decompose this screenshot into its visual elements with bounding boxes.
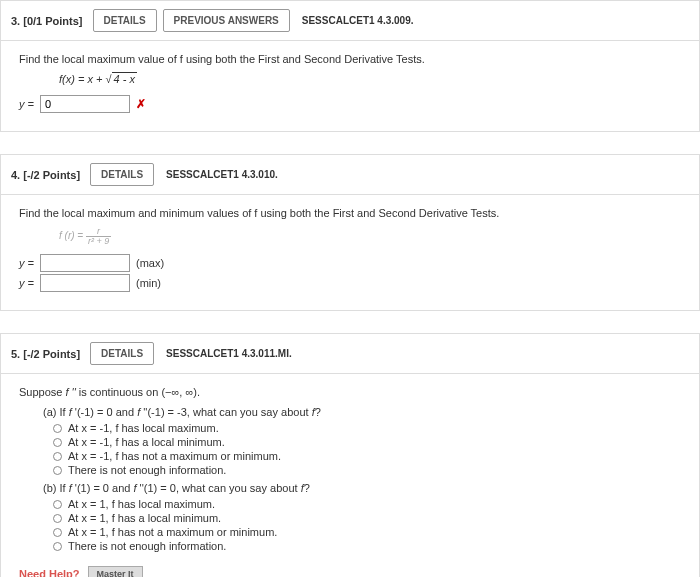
q5-a-option-2[interactable]: At x = -1, f has not a maximum or minimu… bbox=[53, 450, 681, 462]
question-5-header: 5. [-/2 Points] DETAILS SESSCALCET1 4.3.… bbox=[1, 334, 699, 374]
question-3-body: Find the local maximum value of f using … bbox=[1, 41, 699, 131]
q4-points: 4. [-/2 Points] bbox=[11, 169, 80, 181]
q5-a-option-0[interactable]: At x = -1, f has local maximum. bbox=[53, 422, 681, 434]
q4-reference: SESSCALCET1 4.3.010. bbox=[166, 169, 278, 180]
radio-icon bbox=[53, 514, 62, 523]
radio-icon bbox=[53, 438, 62, 447]
question-5: 5. [-/2 Points] DETAILS SESSCALCET1 4.3.… bbox=[0, 333, 700, 577]
q5-prompt: Suppose f '' is continuous on (−∞, ∞). bbox=[19, 386, 681, 398]
need-help-label: Need Help? bbox=[19, 568, 80, 577]
q5-reference: SESSCALCET1 4.3.011.MI. bbox=[166, 348, 292, 359]
need-help-row: Need Help? Master It bbox=[19, 566, 681, 577]
q3-points: 3. [0/1 Points] bbox=[11, 15, 83, 27]
incorrect-mark-icon: ✗ bbox=[136, 97, 146, 111]
q5-b-opt2-label: At x = 1, f has not a maximum or minimum… bbox=[68, 526, 277, 538]
details-button[interactable]: DETAILS bbox=[93, 9, 157, 32]
q3-answer-row: y = ✗ bbox=[19, 95, 681, 113]
question-3: 3. [0/1 Points] DETAILS PREVIOUS ANSWERS… bbox=[0, 0, 700, 132]
q3-answer-label: y = bbox=[19, 98, 34, 110]
radio-icon bbox=[53, 424, 62, 433]
question-4-header: 4. [-/2 Points] DETAILS SESSCALCET1 4.3.… bbox=[1, 155, 699, 195]
q5-points: 5. [-/2 Points] bbox=[11, 348, 80, 360]
q3-radicand: 4 - x bbox=[112, 72, 137, 85]
q3-formula: f(x) = x + √4 - x bbox=[59, 73, 681, 85]
q5-b-opt0-label: At x = 1, f has local maximum. bbox=[68, 498, 215, 510]
q3-prompt: Find the local maximum value of f using … bbox=[19, 53, 681, 65]
q4-fraction: r r² + 9 bbox=[86, 227, 111, 246]
q3-reference: SESSCALCET1 4.3.009. bbox=[302, 15, 414, 26]
q5-b-option-2[interactable]: At x = 1, f has not a maximum or minimum… bbox=[53, 526, 681, 538]
q4-min-input[interactable] bbox=[40, 274, 130, 292]
q4-max-input[interactable] bbox=[40, 254, 130, 272]
q5-b-option-0[interactable]: At x = 1, f has local maximum. bbox=[53, 498, 681, 510]
q4-formula: f (r) = r r² + 9 bbox=[59, 227, 681, 246]
q4-max-row: y = (max) bbox=[19, 254, 681, 272]
radio-icon bbox=[53, 452, 62, 461]
q5-b-option-1[interactable]: At x = 1, f has a local minimum. bbox=[53, 512, 681, 524]
q5-a-option-3[interactable]: There is not enough information. bbox=[53, 464, 681, 476]
q4-min-tag: (min) bbox=[136, 277, 161, 289]
master-it-button[interactable]: Master It bbox=[88, 566, 143, 577]
q5-b-opt3-label: There is not enough information. bbox=[68, 540, 226, 552]
radical-symbol: √ bbox=[105, 73, 111, 85]
details-button[interactable]: DETAILS bbox=[90, 342, 154, 365]
radio-icon bbox=[53, 542, 62, 551]
radio-icon bbox=[53, 466, 62, 475]
q5-a-opt3-label: There is not enough information. bbox=[68, 464, 226, 476]
q5-a-head: (a) If f '(-1) = 0 and f ''(-1) = -3, wh… bbox=[43, 406, 681, 418]
q4-formula-lhs: f (r) = bbox=[59, 230, 83, 241]
q3-formula-lhs: f(x) = x + bbox=[59, 73, 105, 85]
question-4-body: Find the local maximum and minimum value… bbox=[1, 195, 699, 310]
q4-max-label: y = bbox=[19, 257, 34, 269]
q4-max-tag: (max) bbox=[136, 257, 164, 269]
question-3-header: 3. [0/1 Points] DETAILS PREVIOUS ANSWERS… bbox=[1, 1, 699, 41]
q5-b-opt1-label: At x = 1, f has a local minimum. bbox=[68, 512, 221, 524]
q4-prompt: Find the local maximum and minimum value… bbox=[19, 207, 681, 219]
question-5-body: Suppose f '' is continuous on (−∞, ∞). (… bbox=[1, 374, 699, 577]
q5-a-opt2-label: At x = -1, f has not a maximum or minimu… bbox=[68, 450, 281, 462]
question-4: 4. [-/2 Points] DETAILS SESSCALCET1 4.3.… bbox=[0, 154, 700, 311]
details-button[interactable]: DETAILS bbox=[90, 163, 154, 186]
q5-b-head: (b) If f '(1) = 0 and f ''(1) = 0, what … bbox=[43, 482, 681, 494]
previous-answers-button[interactable]: PREVIOUS ANSWERS bbox=[163, 9, 290, 32]
q4-min-row: y = (min) bbox=[19, 274, 681, 292]
q5-a-opt0-label: At x = -1, f has local maximum. bbox=[68, 422, 219, 434]
radio-icon bbox=[53, 528, 62, 537]
q5-a-opt1-label: At x = -1, f has a local minimum. bbox=[68, 436, 225, 448]
radio-icon bbox=[53, 500, 62, 509]
q4-frac-den: r² + 9 bbox=[86, 237, 111, 246]
q4-min-label: y = bbox=[19, 277, 34, 289]
q5-a-option-1[interactable]: At x = -1, f has a local minimum. bbox=[53, 436, 681, 448]
q5-b-option-3[interactable]: There is not enough information. bbox=[53, 540, 681, 552]
q3-answer-input[interactable] bbox=[40, 95, 130, 113]
